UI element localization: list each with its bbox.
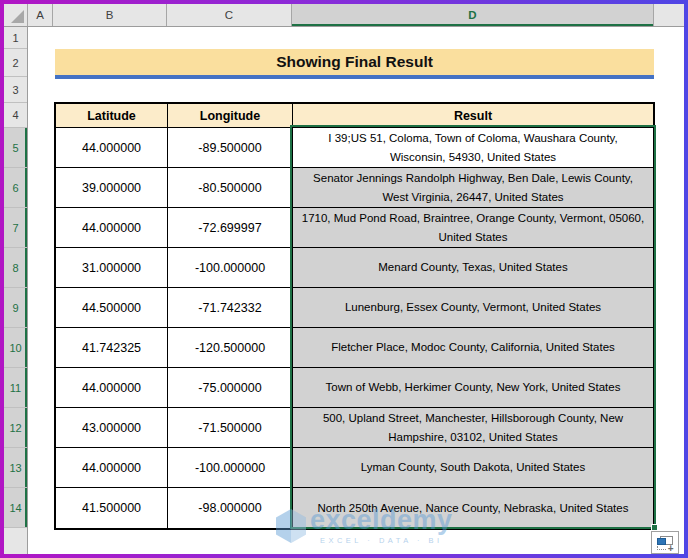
result-cell-active[interactable]: I 39;US 51, Coloma, Town of Coloma, Waus… [293, 128, 653, 168]
latitude-cell[interactable]: 44.000000 [56, 368, 168, 408]
screenshot-frame: A B C D 1 2 3 4 5 6 7 8 9 10 11 12 13 14… [0, 0, 688, 558]
result-cell[interactable]: Town of Webb, Herkimer County, New York,… [293, 368, 653, 408]
row-header-15-partial[interactable] [4, 528, 27, 554]
column-header-d-selected[interactable]: D [292, 4, 654, 26]
longitude-cell[interactable]: -98.000000 [168, 488, 293, 528]
column-header-b[interactable]: B [53, 4, 167, 26]
latitude-cell[interactable]: 43.000000 [56, 408, 168, 448]
result-cell[interactable]: North 250th Avenue, Nance County, Nebras… [293, 488, 653, 528]
table-row: 44.500000 -71.742332 Lunenburg, Essex Co… [56, 288, 653, 328]
longitude-cell[interactable]: -89.500000 [168, 128, 293, 168]
row-header-7[interactable]: 7 [4, 208, 27, 248]
table-row: 44.000000 -75.000000 Town of Webb, Herki… [56, 368, 653, 408]
table-row: 41.742325 -120.500000 Fletcher Place, Mo… [56, 328, 653, 368]
row-header-9[interactable]: 9 [4, 288, 27, 328]
paste-options-button[interactable]: + [651, 531, 679, 554]
row-header-strip: 1 2 3 4 5 6 7 8 9 10 11 12 13 14 [4, 27, 28, 554]
longitude-cell[interactable]: -100.000000 [168, 248, 293, 288]
header-latitude[interactable]: Latitude [56, 104, 168, 128]
latitude-cell[interactable]: 44.500000 [56, 288, 168, 328]
row-header-3[interactable]: 3 [4, 77, 27, 103]
table-row: 44.000000 -89.500000 I 39;US 51, Coloma,… [56, 128, 653, 168]
column-header-strip: A B C D [4, 4, 684, 27]
column-header-a[interactable]: A [28, 4, 53, 26]
latitude-cell[interactable]: 44.000000 [56, 448, 168, 488]
paste-options-icon: + [657, 536, 674, 550]
row-header-12[interactable]: 12 [4, 408, 27, 448]
table-row: 44.000000 -72.699997 1710, Mud Pond Road… [56, 208, 653, 248]
longitude-cell[interactable]: -75.000000 [168, 368, 293, 408]
table-header-row: Latitude Longitude Result [56, 104, 653, 128]
header-result[interactable]: Result [293, 104, 653, 128]
result-cell[interactable]: Menard County, Texas, United States [293, 248, 653, 288]
longitude-cell[interactable]: -71.742332 [168, 288, 293, 328]
row-header-6[interactable]: 6 [4, 168, 27, 208]
latitude-cell[interactable]: 39.000000 [56, 168, 168, 208]
latitude-cell[interactable]: 44.000000 [56, 128, 168, 168]
results-table: Latitude Longitude Result 44.000000 -89.… [54, 102, 655, 530]
row-header-14[interactable]: 14 [4, 488, 27, 528]
longitude-cell[interactable]: -80.500000 [168, 168, 293, 208]
worksheet: A B C D 1 2 3 4 5 6 7 8 9 10 11 12 13 14… [4, 4, 684, 554]
table-row: 43.000000 -71.500000 500, Upland Street,… [56, 408, 653, 448]
table-row: 39.000000 -80.500000 Senator Jennings Ra… [56, 168, 653, 208]
result-cell[interactable]: 500, Upland Street, Manchester, Hillsbor… [293, 408, 653, 448]
longitude-cell[interactable]: -71.500000 [168, 408, 293, 448]
row-header-1[interactable]: 1 [4, 27, 27, 49]
title-accent-bar [55, 75, 654, 79]
latitude-cell[interactable]: 44.000000 [56, 208, 168, 248]
latitude-cell[interactable]: 31.000000 [56, 248, 168, 288]
row-header-2[interactable]: 2 [4, 49, 27, 77]
row-header-5[interactable]: 5 [4, 128, 27, 168]
select-all-button[interactable] [4, 4, 28, 26]
title-cell[interactable]: Showing Final Result [55, 49, 654, 75]
table-row: 31.000000 -100.000000 Menard County, Tex… [56, 248, 653, 288]
header-longitude[interactable]: Longitude [168, 104, 293, 128]
latitude-cell[interactable]: 41.500000 [56, 488, 168, 528]
table-row: 41.500000 -98.000000 North 250th Avenue,… [56, 488, 653, 528]
column-header-c[interactable]: C [167, 4, 292, 26]
result-cell[interactable]: Fletcher Place, Modoc County, California… [293, 328, 653, 368]
watermark-tagline: EXCEL · DATA · BI [320, 536, 443, 545]
column-header-filler [654, 4, 684, 26]
longitude-cell[interactable]: -100.000000 [168, 448, 293, 488]
row-header-4[interactable]: 4 [4, 103, 27, 128]
table-row: 44.000000 -100.000000 Lyman County, Sout… [56, 448, 653, 488]
result-cell[interactable]: 1710, Mud Pond Road, Braintree, Orange C… [293, 208, 653, 248]
row-header-13[interactable]: 13 [4, 448, 27, 488]
longitude-cell[interactable]: -72.699997 [168, 208, 293, 248]
row-header-8[interactable]: 8 [4, 248, 27, 288]
row-header-10[interactable]: 10 [4, 328, 27, 368]
select-all-triangle-icon [11, 10, 24, 23]
result-cell[interactable]: Lyman County, South Dakota, United State… [293, 448, 653, 488]
result-cell[interactable]: Senator Jennings Randolph Highway, Ben D… [293, 168, 653, 208]
result-cell[interactable]: Lunenburg, Essex County, Vermont, United… [293, 288, 653, 328]
longitude-cell[interactable]: -120.500000 [168, 328, 293, 368]
row-header-11[interactable]: 11 [4, 368, 27, 408]
fill-handle[interactable] [651, 524, 658, 531]
latitude-cell[interactable]: 41.742325 [56, 328, 168, 368]
